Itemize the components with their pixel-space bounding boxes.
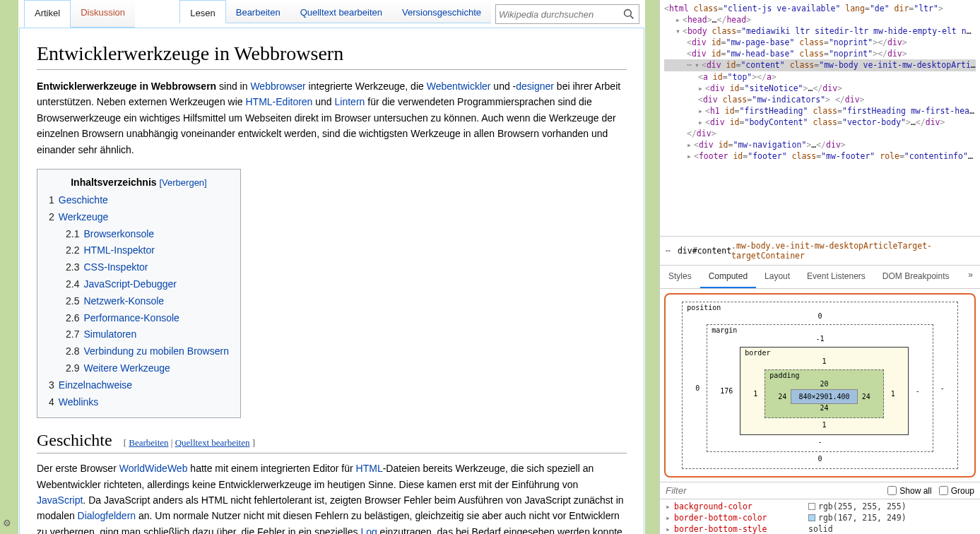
- link-html-editoren[interactable]: HTML-Editoren: [245, 96, 312, 107]
- show-all-checkbox[interactable]: Show all: [887, 486, 931, 496]
- styles-tabs: StylesComputedLayoutEvent ListenersDOM B…: [660, 266, 980, 289]
- toc-item[interactable]: 3Einzelnachweise: [49, 377, 229, 394]
- dom-breadcrumb[interactable]: ⋯ div#content.mw-body.ve-init-mw-desktop…: [660, 236, 980, 266]
- toc-item[interactable]: 2.5Netzwerk-Konsole: [66, 293, 229, 310]
- table-of-contents: Inhaltsverzeichnis [Verbergen] 1Geschich…: [37, 169, 241, 418]
- tab-diskussion[interactable]: Diskussion: [71, 0, 135, 28]
- dom-selected-element[interactable]: ⋯▾<div id="content" class="mw-body ve-in…: [664, 59, 976, 71]
- group-checkbox[interactable]: Group: [939, 486, 974, 496]
- section-edit-links: [ Bearbeiten | Quelltext bearbeiten ]: [124, 437, 255, 448]
- tab-lesen[interactable]: Lesen: [179, 0, 225, 23]
- tab-layout[interactable]: Layout: [756, 266, 798, 288]
- section-geschichte: Geschichte [ Bearbeiten | Quelltext bear…: [37, 431, 627, 453]
- box-model-content: 840×2901.400: [791, 389, 857, 404]
- toc-item[interactable]: 2Werkzeuge: [49, 209, 229, 226]
- search-box[interactable]: [495, 4, 639, 24]
- link-javascript[interactable]: JavaScript: [37, 494, 83, 506]
- box-model-diagram: position0 0 margin-1 176 border1 1 paddi…: [664, 293, 976, 477]
- link-webentwickler[interactable]: Webentwickler: [427, 81, 491, 92]
- tab-event-listeners[interactable]: Event Listeners: [798, 266, 874, 288]
- link-log[interactable]: Log: [360, 526, 377, 534]
- link-dialogfeldern[interactable]: Dialogfeldern: [78, 510, 136, 521]
- search-input[interactable]: [499, 9, 622, 20]
- toc-item[interactable]: 2.4JavaScript-Debugger: [66, 276, 229, 293]
- link-webbrowser[interactable]: Webbrowser: [250, 81, 305, 92]
- link-html[interactable]: HTML: [356, 463, 383, 474]
- link-bearbeiten[interactable]: Bearbeiten: [129, 437, 168, 448]
- link-designer[interactable]: designer: [516, 81, 554, 92]
- section-body: Der erste Browser WorldWideWeb hatte mit…: [37, 461, 627, 534]
- page-tabs: ArtikelDiskussion LesenBearbeitenQuellte…: [18, 0, 645, 28]
- devtools-panel: <html class="client-js ve-available" lan…: [659, 0, 980, 534]
- toc-item[interactable]: 2.1Browserkonsole: [66, 226, 229, 243]
- article-content: Entwicklerwerkzeuge in Webbrowsern Entwi…: [19, 28, 644, 534]
- filter-input[interactable]: [666, 485, 880, 496]
- toc-item[interactable]: 2.7Simulatoren: [66, 326, 229, 343]
- page-title: Entwicklerwerkzeuge in Webbrowsern: [37, 42, 627, 70]
- link-lintern[interactable]: Lintern: [335, 96, 365, 107]
- prop-background-color[interactable]: ▸background-colorrgb(255, 255, 255): [666, 501, 974, 512]
- toc-item[interactable]: 2.9Weitere Werkzeuge: [66, 360, 229, 377]
- toc-item[interactable]: 4Weblinks: [49, 394, 229, 411]
- toc-item[interactable]: 2.3CSS-Inspektor: [66, 259, 229, 276]
- search-icon[interactable]: [622, 7, 636, 21]
- toc-item[interactable]: 2.8Verbindung zu mobilen Browsern: [66, 343, 229, 360]
- intro-paragraph: Entwicklerwerkzeuge in Webbrowsern sind …: [37, 78, 627, 158]
- more-tabs-icon[interactable]: »: [961, 266, 980, 288]
- dom-tree[interactable]: <html class="client-js ve-available" lan…: [660, 0, 980, 236]
- link-quelltext-bearbeiten[interactable]: Quelltext bearbeiten: [175, 437, 250, 448]
- intro-bold: Entwicklerwerkzeuge in Webbrowsern: [37, 81, 216, 92]
- tab-quelltext-bearbeiten[interactable]: Quelltext bearbeiten: [290, 0, 392, 23]
- computed-properties: ▸background-colorrgb(255, 255, 255)▸bord…: [660, 499, 980, 534]
- tab-computed[interactable]: Computed: [700, 266, 756, 288]
- svg-line-1: [630, 16, 633, 18]
- tab-versionsgeschichte[interactable]: Versionsgeschichte: [392, 0, 491, 23]
- gear-icon[interactable]: ⚙: [3, 518, 11, 528]
- toc-item[interactable]: 2.6Performance-Konsole: [66, 310, 229, 327]
- toc-title: Inhaltsverzeichnis: [71, 177, 156, 188]
- tab-artikel[interactable]: Artikel: [24, 0, 71, 28]
- prop-border-bottom-color[interactable]: ▸border-bottom-colorrgb(167, 215, 249): [666, 512, 974, 523]
- toc-item[interactable]: 1Geschichte: [49, 192, 229, 209]
- tab-bearbeiten[interactable]: Bearbeiten: [226, 0, 290, 23]
- tab-dom-breakpoints[interactable]: DOM Breakpoints: [874, 266, 958, 288]
- filter-row: Show all Group: [660, 482, 980, 499]
- tab-styles[interactable]: Styles: [660, 266, 700, 288]
- toc-toggle[interactable]: [Verbergen]: [159, 177, 206, 188]
- svg-point-0: [625, 10, 632, 17]
- prop-border-bottom-style[interactable]: ▸border-bottom-stylesolid: [666, 523, 974, 534]
- link-worldwideweb[interactable]: WorldWideWeb: [119, 463, 188, 474]
- toc-item[interactable]: 2.2HTML-Inspektor: [66, 242, 229, 259]
